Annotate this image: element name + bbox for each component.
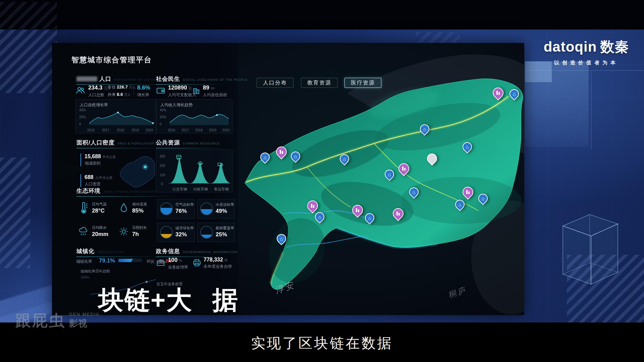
map-clinic-house-pin[interactable]: ⌂ — [315, 212, 324, 222]
district-outline-map — [116, 149, 159, 193]
building-icon — [192, 86, 201, 95]
stat-housing: 89 m² 人均居住面积 — [203, 84, 227, 98]
map-clinic-house-pin[interactable]: ⌂ — [291, 152, 300, 161]
rain-cloud-icon — [78, 226, 89, 238]
briefcase-icon — [156, 258, 165, 267]
map-clinic-house-pin[interactable]: ⌂ — [455, 200, 465, 209]
map-clinic-house-pin[interactable]: ⌂ — [478, 194, 488, 203]
stat-land-area: 15,688 平方公里 地域面积 — [80, 154, 116, 166]
droplet-icon — [119, 202, 129, 214]
brand-name-cn: 数秦 — [600, 39, 629, 55]
watermark-en: GEN MEDIA — [69, 312, 100, 317]
map-hospital-building-pin[interactable] — [493, 87, 503, 98]
map-hospital-building-pin[interactable] — [463, 187, 473, 197]
map-hospital-building-pin[interactable] — [393, 208, 404, 219]
map-clinic-house-pin[interactable]: ⌂ — [277, 234, 286, 243]
gauge-icon — [160, 202, 173, 215]
eco-card-humidity: 相对湿度85% — [117, 199, 154, 219]
brand-tagline: 以创造价值者为本 — [536, 60, 637, 66]
eco-card-temperature: 日均气温28°C — [76, 199, 114, 219]
glass-panel-decor — [525, 61, 589, 147]
headline-part1: 块链+大 — [98, 283, 192, 318]
car-icon — [197, 161, 203, 165]
income-trend-chart: 人均收入增长趋势 40% 20% 0 2016 2017 2018 2019 2… — [156, 99, 232, 133]
van-icon — [217, 162, 224, 167]
section-urbanization-header: 城镇化URBANIZATION — [76, 247, 157, 257]
sun-icon — [119, 226, 129, 238]
map-clinic-house-pin[interactable]: ⌂ — [365, 213, 374, 223]
gauge-icon — [200, 202, 213, 215]
printer-icon — [192, 258, 202, 267]
section-ecology-header: 生态环境AREA & POPULATION DENSITY — [76, 187, 177, 197]
stat-density: 688 人/平方公里 人口密度 — [80, 174, 113, 187]
brand-wordmark: datoqin — [544, 39, 597, 55]
divider-line — [591, 71, 591, 149]
section-government-header: 政务信息GOVERNMENTAL INFORMATION — [156, 247, 237, 257]
brand-logo: datoqin数秦 以创造价值者为本 — [536, 38, 637, 66]
map-clinic-house-pin[interactable]: ⌂ — [409, 187, 419, 197]
urbanization-trend-ytick: 100% — [80, 276, 89, 279]
urbanization-trend-label: 城镇化率历年趋势 — [80, 269, 110, 274]
thermometer-icon — [78, 202, 89, 214]
stat-annual-business: 778,332 件 本年度业务办理 — [204, 257, 232, 269]
stripe-decor — [0, 29, 57, 93]
map-plain-pin[interactable] — [427, 154, 437, 164]
map-clinic-house-pin[interactable]: ⌂ — [340, 154, 349, 164]
headline-part2: 据 — [212, 283, 238, 318]
stripe-decor — [0, 158, 30, 268]
urbanization-progress-bar — [118, 259, 142, 262]
eco-card-forest-coverage: 森林覆盖率25% — [197, 223, 235, 242]
dashboard-panel: 智慧城市综合管理平台 人口POPULATION OF LIN AN DISTRI… — [52, 43, 238, 315]
mom-label: 环比 — [147, 259, 155, 264]
divider — [189, 85, 189, 96]
top-letterbox-bar — [0, 0, 644, 29]
eco-card-sunshine: 日照时长7h — [117, 223, 154, 242]
section-public-resource-header: 公共资源COMMON RESOURCE — [156, 139, 226, 148]
watermark: 跟屁虫 GEN MEDIA 影视 — [15, 310, 100, 331]
map-hospital-building-pin[interactable] — [398, 163, 409, 174]
stat-population-resident: 常住 226.7 万人 外来 8.6 万人 — [108, 84, 136, 98]
eco-card-water-quality: 水质达标率49% — [197, 199, 235, 219]
gauge-icon — [160, 226, 173, 239]
bus-icon — [176, 155, 182, 160]
watermark-cn: 跟屁虫 — [15, 310, 66, 331]
people-icon — [75, 85, 86, 95]
map-hospital-building-pin[interactable] — [307, 200, 318, 211]
eco-card-green-coverage: 城市绿化率32% — [157, 223, 195, 242]
eco-card-rainfall: 日均降水20mm — [76, 223, 114, 242]
stat-population-growth: 8.6% 增长率 — [137, 84, 150, 98]
map-clinic-house-pin[interactable]: ⌂ — [463, 142, 472, 152]
display-screen: 淳安 桐庐 人口分布 教育资源 医疗资源 ⌂⌂⌂⌂⌂⌂⌂⌂⌂⌂⌂⌂⌂ 智慧城市综… — [52, 43, 524, 315]
map-hospital-building-pin[interactable] — [352, 205, 363, 216]
map-clinic-house-pin[interactable]: ⌂ — [509, 89, 519, 99]
divider — [133, 85, 134, 96]
background-scene: datoqin数秦 以创造价值者为本 — [0, 29, 644, 322]
public-resource-chart: 300 200 100 0 公交车辆 出租车辆 客运车辆 — [156, 149, 232, 192]
eco-card-air-quality: 空气达标率76% — [157, 199, 195, 219]
stat-population-total: 234.3 万人 人口总数 — [88, 84, 111, 98]
urbanization-rate-value: 79.1% — [99, 257, 115, 264]
headline-text: 块链+大 据 — [0, 283, 644, 313]
blurred-district-name — [76, 76, 97, 81]
dashboard-title: 智慧城市综合管理平台 — [71, 55, 152, 65]
section-livelihood-header: 社会民生SOCIAL LIVELIHOOD OF THE PEOPLE — [156, 75, 248, 85]
gauge-icon — [200, 226, 213, 239]
map-hospital-building-pin[interactable] — [276, 146, 287, 157]
stage: datoqin数秦 以创造价值者为本 — [0, 0, 644, 362]
video-subtitle: 实现了区块链在数据 — [0, 334, 644, 353]
wallet-icon — [156, 86, 165, 95]
map-clinic-house-pin[interactable]: ⌂ — [420, 124, 429, 134]
divider-line — [526, 70, 643, 71]
map-clinic-house-pin[interactable]: ⌂ — [385, 170, 394, 179]
urbanization-rate-label: 城镇化率 — [76, 259, 92, 264]
population-growth-chart: 人口自然增长率 40% 20% 0 2016 2017 2018 2019 20… — [75, 99, 157, 133]
map-clinic-house-pin[interactable]: ⌂ — [260, 153, 270, 162]
stat-processing-rate: 100 % 业务处理率 — [168, 257, 188, 270]
watermark-suffix: 影视 — [69, 317, 100, 329]
